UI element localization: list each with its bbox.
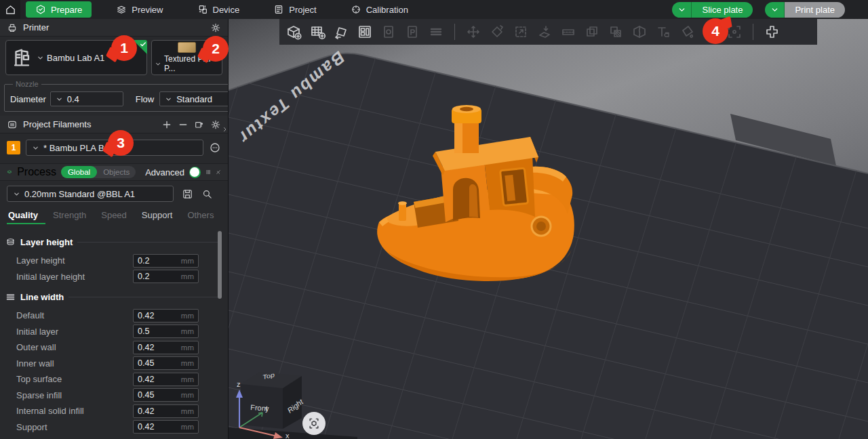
print-plate-button[interactable]: Print plate <box>785 2 845 18</box>
tab-prepare[interactable]: Prepare <box>26 1 92 18</box>
setting-input[interactable]: 0.2mm <box>133 254 199 268</box>
setting-input[interactable]: 0.45mm <box>133 356 199 370</box>
printer-section-header: Printer <box>0 19 228 37</box>
process-tab-others[interactable]: Others <box>180 210 221 224</box>
add-plate-icon[interactable] <box>309 24 326 40</box>
nozzle-flow-select[interactable]: Standard <box>159 91 229 106</box>
scope-objects[interactable]: Objects <box>97 166 136 178</box>
printer-section-title: Printer <box>23 22 49 33</box>
process-tab-quality[interactable]: Quality <box>7 210 45 224</box>
home-icon <box>5 4 16 16</box>
panel-collapse-handle[interactable] <box>222 121 228 138</box>
clone-icon[interactable] <box>584 24 600 40</box>
benchy-model[interactable] <box>368 88 591 298</box>
setting-unit: mm <box>181 312 194 320</box>
cut-icon[interactable] <box>560 24 576 40</box>
print-plate-dropdown[interactable] <box>765 2 785 18</box>
nozzle-diameter-select[interactable]: 0.4 <box>50 91 123 106</box>
setting-label: Support <box>16 422 133 432</box>
setting-input[interactable]: 0.42mm <box>133 309 199 322</box>
add-filament-icon[interactable] <box>161 119 172 130</box>
tab-project[interactable]: Project <box>264 0 326 19</box>
advanced-toggle[interactable] <box>189 167 201 178</box>
main-tabs: PreparePreviewDeviceProjectCalibration <box>26 0 433 19</box>
slice-plate-dropdown[interactable] <box>672 2 692 18</box>
settings-group-title: Layer height <box>20 237 73 247</box>
scope-switch: Global Objects <box>61 166 136 178</box>
process-tabs: QualityStrengthSpeedSupportOthers <box>0 206 228 224</box>
process-tab-speed[interactable]: Speed <box>94 210 134 224</box>
auto-orient-icon[interactable] <box>333 24 349 40</box>
setting-value: 0.42 <box>138 343 181 352</box>
setting-unit: mm <box>181 343 194 352</box>
setting-value: 0.5 <box>138 327 181 336</box>
search-settings-icon[interactable] <box>201 188 213 200</box>
copy-icon[interactable] <box>380 24 397 40</box>
check-icon <box>140 41 146 47</box>
setting-input[interactable]: 0.42mm <box>133 420 199 434</box>
viewport-3d[interactable]: Bambu Textur <box>229 19 868 439</box>
setting-input[interactable]: 0.42mm <box>133 341 199 354</box>
setting-value: 0.45 <box>138 390 181 400</box>
tab-calibration[interactable]: Calibration <box>341 0 418 19</box>
setting-row: Initial layer height0.2mm <box>0 269 228 285</box>
setting-row: Initial layer0.5mm <box>0 324 228 340</box>
add-model-icon[interactable] <box>285 24 302 40</box>
paste-icon[interactable] <box>404 24 420 40</box>
chevron-down-icon <box>56 96 63 103</box>
process-preset-select[interactable]: 0.20mm Standard @BBL A1 <box>7 186 174 202</box>
remove-filament-icon[interactable] <box>178 119 189 130</box>
split-icon[interactable] <box>631 24 648 40</box>
annotation-badge-1: 1 <box>111 35 137 61</box>
settings-group: Line widthDefault0.42mmInitial layer0.5m… <box>0 290 228 435</box>
move-icon[interactable] <box>465 24 481 40</box>
layers-icon[interactable] <box>428 24 444 40</box>
scale-icon[interactable] <box>513 24 529 40</box>
setting-input[interactable]: 0.2mm <box>133 270 199 283</box>
slice-plate-button[interactable]: Slice plate <box>692 2 753 18</box>
filament-slot-badge[interactable]: 1 <box>7 141 20 154</box>
chevron-down-icon <box>770 5 779 14</box>
printer-name-dropdown[interactable]: Bambu Lab A1 <box>37 53 104 63</box>
setting-input[interactable]: 0.42mm <box>133 404 199 418</box>
tab-preview[interactable]: Preview <box>106 0 172 19</box>
filament-edit-icon[interactable] <box>209 142 221 154</box>
color-paint-icon[interactable] <box>679 24 695 40</box>
flatten-icon[interactable] <box>536 24 553 40</box>
setting-row: Layer height0.2mm <box>0 253 228 269</box>
annotation-badge-2: 2 <box>203 36 229 62</box>
setting-input[interactable]: 0.5mm <box>133 325 199 338</box>
setting-label: Internal solid infill <box>16 406 133 416</box>
tab-label: Project <box>289 5 316 15</box>
boolean-icon[interactable] <box>608 24 624 40</box>
process-icon <box>7 167 12 177</box>
setting-input[interactable]: 0.45mm <box>133 388 199 402</box>
setting-unit: mm <box>181 272 194 280</box>
arrange-icon[interactable] <box>357 24 373 40</box>
plate-settings-button[interactable] <box>302 412 326 435</box>
filament-settings-gear-icon[interactable] <box>210 119 221 130</box>
rotate-icon[interactable] <box>489 24 505 40</box>
scope-global[interactable]: Global <box>61 166 97 178</box>
setting-input[interactable]: 0.42mm <box>133 373 199 386</box>
printer-settings-gear-icon[interactable] <box>210 22 221 33</box>
preview-icon <box>116 4 127 15</box>
setting-row: Support0.42mm <box>0 419 228 436</box>
text-icon[interactable] <box>655 24 671 40</box>
project-icon <box>273 4 284 15</box>
diameter-label: Diameter <box>10 94 46 104</box>
save-preset-icon[interactable] <box>182 188 193 200</box>
process-tab-strength[interactable]: Strength <box>45 210 94 224</box>
slice-plate-split-button: Slice plate <box>672 2 753 18</box>
tab-device[interactable]: Device <box>188 0 250 19</box>
assembly-icon[interactable] <box>764 24 780 40</box>
process-tab-support[interactable]: Support <box>134 210 180 224</box>
sync-filament-icon[interactable] <box>194 119 205 130</box>
setting-row: Inner wall0.45mm <box>0 356 228 372</box>
tab-label: Prepare <box>51 5 82 15</box>
advanced-label: Advanced <box>145 167 184 177</box>
tune-icon[interactable] <box>216 167 221 177</box>
settings-scrollbar[interactable] <box>218 231 222 299</box>
home-button[interactable] <box>0 0 20 19</box>
preset-list-icon[interactable] <box>205 167 211 177</box>
